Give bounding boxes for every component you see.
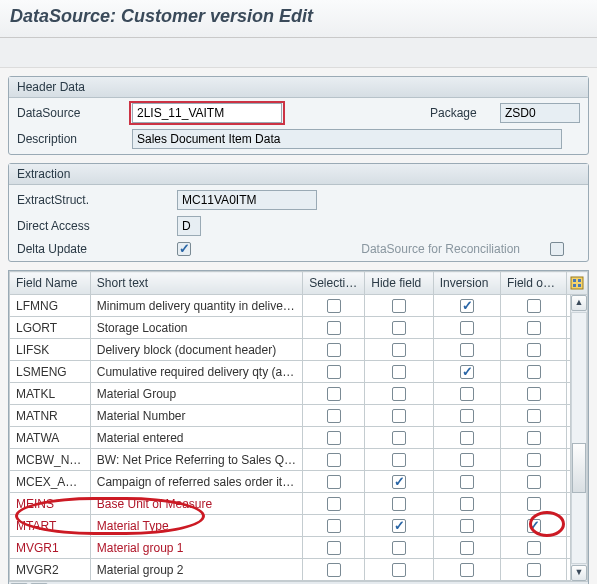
- inversion-checkbox[interactable]: [460, 343, 474, 357]
- selection-checkbox[interactable]: [327, 563, 341, 577]
- table-row[interactable]: LSMENGCumulative required delivery qty (…: [10, 361, 588, 383]
- field-only-checkbox[interactable]: [527, 475, 541, 489]
- table-row[interactable]: MVGR2Material group 2: [10, 559, 588, 581]
- vscroll-track[interactable]: [571, 312, 587, 564]
- inversion-checkbox[interactable]: [460, 299, 474, 313]
- cell-short-text: Campaign of referred sales order item fo…: [90, 471, 302, 493]
- selection-checkbox[interactable]: [327, 409, 341, 423]
- inversion-checkbox[interactable]: [460, 321, 474, 335]
- selection-checkbox[interactable]: [327, 299, 341, 313]
- table-row[interactable]: LFMNGMinimum delivery quantity in delive…: [10, 295, 588, 317]
- table-row[interactable]: LGORTStorage Location: [10, 317, 588, 339]
- table-row[interactable]: MVGR1Material group 1: [10, 537, 588, 559]
- selection-checkbox[interactable]: [327, 519, 341, 533]
- extraction-group: Extraction ExtractStruct. Direct Access …: [8, 163, 589, 262]
- table-row[interactable]: MATNRMaterial Number: [10, 405, 588, 427]
- cell-field-name: MVGR1: [10, 537, 91, 559]
- extractstruct-input[interactable]: [177, 190, 317, 210]
- vscroll-down-button[interactable]: ▼: [571, 565, 587, 581]
- vscroll-up-button[interactable]: ▲: [571, 295, 587, 311]
- field-only-checkbox[interactable]: [527, 453, 541, 467]
- hide-checkbox[interactable]: [392, 431, 406, 445]
- inversion-checkbox[interactable]: [460, 409, 474, 423]
- table-row[interactable]: LIFSKDelivery block (document header): [10, 339, 588, 361]
- inversion-checkbox[interactable]: [460, 475, 474, 489]
- hide-checkbox[interactable]: [392, 321, 406, 335]
- selection-checkbox[interactable]: [327, 497, 341, 511]
- hide-checkbox[interactable]: [392, 365, 406, 379]
- cell-inversion: [433, 471, 500, 493]
- hide-checkbox[interactable]: [392, 343, 406, 357]
- header-data-group: Header Data DataSource Package Descripti…: [8, 76, 589, 155]
- field-only-checkbox[interactable]: [527, 387, 541, 401]
- vscroll-thumb[interactable]: [572, 443, 586, 493]
- inversion-checkbox[interactable]: [460, 541, 474, 555]
- cell-field_only: [500, 383, 566, 405]
- cell-field_only: [500, 317, 566, 339]
- table-row[interactable]: MATWAMaterial entered: [10, 427, 588, 449]
- cell-field-name: MCBW_NETP..: [10, 449, 91, 471]
- field-only-checkbox[interactable]: [527, 431, 541, 445]
- field-only-checkbox[interactable]: [527, 321, 541, 335]
- selection-checkbox[interactable]: [327, 431, 341, 445]
- cell-field-name: MCEX_APCA..: [10, 471, 91, 493]
- selection-checkbox[interactable]: [327, 475, 341, 489]
- description-input[interactable]: [132, 129, 562, 149]
- reconciliation-label: DataSource for Reconciliation: [361, 242, 520, 256]
- hide-checkbox[interactable]: [392, 409, 406, 423]
- inversion-checkbox[interactable]: [460, 387, 474, 401]
- table-row[interactable]: MEINSBase Unit of Measure: [10, 493, 588, 515]
- col-field-only[interactable]: Field only..: [500, 272, 566, 295]
- hide-checkbox[interactable]: [392, 453, 406, 467]
- selection-checkbox[interactable]: [327, 365, 341, 379]
- cell-hide: [365, 449, 433, 471]
- deltaupdate-checkbox: [177, 242, 191, 256]
- field-only-checkbox[interactable]: [527, 299, 541, 313]
- col-inversion[interactable]: Inversion: [433, 272, 500, 295]
- package-input[interactable]: [500, 103, 580, 123]
- datasource-input[interactable]: [132, 103, 282, 123]
- selection-checkbox[interactable]: [327, 343, 341, 357]
- cell-field_only: [500, 493, 566, 515]
- field-only-checkbox[interactable]: [527, 343, 541, 357]
- field-only-checkbox[interactable]: [527, 541, 541, 555]
- hide-checkbox[interactable]: [392, 541, 406, 555]
- table-row[interactable]: MCBW_NETP..BW: Net Price Referring to Sa…: [10, 449, 588, 471]
- inversion-checkbox[interactable]: [460, 497, 474, 511]
- cell-field-name: MATKL: [10, 383, 91, 405]
- col-field-name[interactable]: Field Name: [10, 272, 91, 295]
- col-settings-button[interactable]: [567, 272, 588, 295]
- inversion-checkbox[interactable]: [460, 563, 474, 577]
- selection-checkbox[interactable]: [327, 321, 341, 335]
- hide-checkbox[interactable]: [392, 475, 406, 489]
- selection-checkbox[interactable]: [327, 541, 341, 555]
- inversion-checkbox[interactable]: [460, 453, 474, 467]
- col-selection[interactable]: Selection: [303, 272, 365, 295]
- selection-checkbox[interactable]: [327, 387, 341, 401]
- table-row[interactable]: MATKLMaterial Group: [10, 383, 588, 405]
- table-row[interactable]: MCEX_APCA..Campaign of referred sales or…: [10, 471, 588, 493]
- field-only-checkbox[interactable]: [527, 409, 541, 423]
- selection-checkbox[interactable]: [327, 453, 341, 467]
- cell-field_only: [500, 339, 566, 361]
- field-only-checkbox[interactable]: [527, 497, 541, 511]
- hide-checkbox[interactable]: [392, 299, 406, 313]
- cell-selection: [303, 493, 365, 515]
- col-hide-field[interactable]: Hide field: [365, 272, 433, 295]
- hide-checkbox[interactable]: [392, 563, 406, 577]
- inversion-checkbox[interactable]: [460, 431, 474, 445]
- hide-checkbox[interactable]: [392, 387, 406, 401]
- field-only-checkbox[interactable]: [527, 519, 541, 533]
- table-row[interactable]: MTARTMaterial Type: [10, 515, 588, 537]
- inversion-checkbox[interactable]: [460, 365, 474, 379]
- cell-field_only: [500, 559, 566, 581]
- inversion-checkbox[interactable]: [460, 519, 474, 533]
- field-only-checkbox[interactable]: [527, 563, 541, 577]
- directaccess-input[interactable]: [177, 216, 201, 236]
- hide-checkbox[interactable]: [392, 519, 406, 533]
- cell-hide: [365, 493, 433, 515]
- cell-field_only: [500, 361, 566, 383]
- col-short-text[interactable]: Short text: [90, 272, 302, 295]
- field-only-checkbox[interactable]: [527, 365, 541, 379]
- hide-checkbox[interactable]: [392, 497, 406, 511]
